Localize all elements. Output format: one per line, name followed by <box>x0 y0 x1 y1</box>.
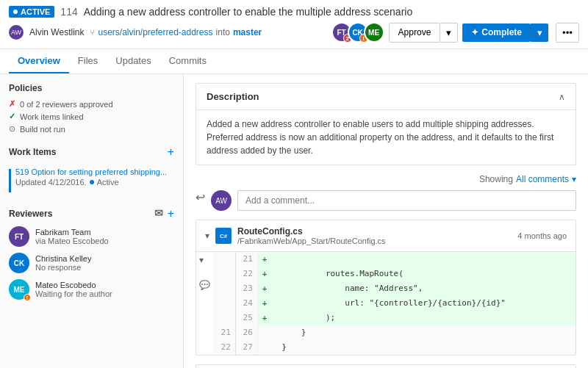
description-body: Added a new address controller to enable… <box>196 110 576 165</box>
diff-line-27-normal: 22 27 } <box>213 340 576 355</box>
reply-icon[interactable]: ↩ <box>196 190 205 204</box>
diff-line-24-add: 24 + url: "{controller}/{action}/{id}" <box>213 296 576 311</box>
work-item-content: 519 Option for setting preferred shippin… <box>15 167 167 187</box>
reviewer-avatar-mateo: ME ! <box>9 279 29 300</box>
email-reviewers-button[interactable]: ✉ <box>154 207 163 220</box>
line-content: + <box>257 252 576 267</box>
comment-header-christina: CK Christina Kelley 8/12/2016 Active ▾ <box>196 365 576 368</box>
policy-clock-icon: ⊙ <box>9 124 15 134</box>
reviewer-avatar-3: ME <box>364 22 384 43</box>
line-content: } <box>257 340 576 355</box>
policy-reviewers: ✗ 0 of 2 reviewers approved <box>9 99 174 109</box>
line-num-old <box>213 296 235 311</box>
reviewer-info-mateo: Mateo Escobedo Waiting for the author <box>35 281 112 298</box>
line-num-new: 22 <box>235 267 257 281</box>
content-area: Description ∧ Added a new address contro… <box>184 74 588 368</box>
line-num-old: 22 <box>213 340 235 355</box>
more-options-button[interactable]: ••• <box>556 23 579 43</box>
target-branch: master <box>233 27 262 37</box>
header: ACTIVE 114 Adding a new address controll… <box>0 0 588 74</box>
tab-updates[interactable]: Updates <box>107 49 159 73</box>
diff-card: ▾ C# RouteConfig.cs /FabrikamWeb/App_Sta… <box>196 220 576 356</box>
line-num-old <box>213 267 235 281</box>
policy-check-icon: ✓ <box>9 112 15 121</box>
line-num-new: 26 <box>235 325 257 340</box>
into-text: into <box>216 27 230 37</box>
sidebar: Policies ✗ 0 of 2 reviewers approved ✓ W… <box>0 74 184 368</box>
approve-dropdown-button[interactable]: ▾ <box>440 23 458 43</box>
description-card: Description ∧ Added a new address contro… <box>196 83 576 165</box>
reviewer-item-mateo: ME ! Mateo Escobedo Waiting for the auth… <box>9 279 174 300</box>
reviewer-status-mateo: Waiting for the author <box>35 289 112 298</box>
diff-line-21-add: 21 + <box>213 252 576 267</box>
reviewers-title: Reviewers ✉ + <box>9 207 174 220</box>
badge-label: ACTIVE <box>21 7 50 16</box>
reviewer-item-fabrikam: FT Fabrikam Team via Mateo Escobedo <box>9 226 174 247</box>
work-item-title[interactable]: 519 Option for setting preferred shippin… <box>15 167 167 176</box>
description-collapse-icon[interactable]: ∧ <box>559 92 565 102</box>
diff-table: 21 + 22 + routes.MapRoute( 23 + <box>213 252 576 355</box>
diff-line-23-add: 23 + name: "Address", <box>213 281 576 296</box>
line-content: + name: "Address", <box>257 281 576 296</box>
line-num-old <box>213 281 235 296</box>
line-num-old <box>213 311 235 325</box>
reviewer-name-fabrikam: Fabrikam Team <box>35 228 109 237</box>
complete-icon: ✦ <box>471 27 478 37</box>
diff-toggle-icon[interactable]: ▾ <box>205 231 209 241</box>
comment-input-row: ↩ AW <box>196 190 576 211</box>
line-num-new: 25 <box>235 311 257 325</box>
approve-button[interactable]: Approve <box>389 23 441 43</box>
complete-button[interactable]: ✦ Complete <box>462 24 531 42</box>
tab-files[interactable]: Files <box>69 49 107 73</box>
line-num-new: 21 <box>235 252 257 267</box>
diff-line-25-add: 25 + ); <box>213 311 576 325</box>
reviewer-name-mateo: Mateo Escobedo <box>35 281 112 289</box>
header-actions: FT 2 CK ! ME Approve ▾ ✦ Complete <box>331 22 579 43</box>
diff-time: 4 months ago <box>517 231 567 240</box>
line-content: + ); <box>257 311 576 325</box>
branch-info: ⑂ users/alvin/preferred-address into mas… <box>90 27 262 37</box>
work-items-title: Work Items + <box>9 145 174 159</box>
line-num-old <box>213 252 235 267</box>
comments-filter: Showing All comments ▾ <box>196 174 576 184</box>
reviewer-info-fabrikam: Fabrikam Team via Mateo Escobedo <box>35 228 109 245</box>
pr-number: 114 <box>60 6 77 18</box>
comment-input[interactable] <box>237 190 576 211</box>
add-reviewer-button[interactable]: + <box>168 207 174 220</box>
work-item-bar <box>9 169 11 192</box>
line-num-new: 24 <box>235 296 257 311</box>
diff-line-22-add: 22 + routes.MapRoute( <box>213 267 576 281</box>
add-work-item-button[interactable]: + <box>168 145 174 159</box>
policy-build: ⊙ Build not run <box>9 124 174 134</box>
tab-commits[interactable]: Commits <box>160 49 215 73</box>
branch-icon: ⑂ <box>90 28 95 37</box>
header-author-info: AW Alvin Westlink ⑂ users/alvin/preferre… <box>9 25 262 40</box>
filter-chevron-icon[interactable]: ▾ <box>572 174 576 184</box>
reviewer-name-christina: Christina Kelley <box>35 254 91 263</box>
line-content: } <box>257 325 576 340</box>
line-num-new: 23 <box>235 281 257 296</box>
complete-dropdown-button[interactable]: ▾ <box>531 24 548 42</box>
diff-line-26-normal: 21 26 } <box>213 325 576 340</box>
comments-filter-dropdown[interactable]: All comments <box>516 174 569 184</box>
reviewer-avatars: FT 2 CK ! ME <box>331 22 384 43</box>
tab-overview[interactable]: Overview <box>9 49 69 73</box>
diff-row-controls: ▾ 💬 21 + 22 + routes.Map <box>196 252 576 355</box>
policies-section: Policies ✗ 0 of 2 reviewers approved ✓ W… <box>9 83 174 134</box>
branch-from-link[interactable]: users/alvin/preferred-address <box>98 27 212 37</box>
policies-title: Policies <box>9 83 174 93</box>
author-name: Alvin Westlink <box>29 27 84 37</box>
pr-title: Adding a new address controller to enabl… <box>84 6 413 18</box>
work-items-section: Work Items + 519 Option for setting pref… <box>9 145 174 195</box>
current-user-avatar: AW <box>211 190 232 211</box>
reviewer-item-christina: CK Christina Kelley No response <box>9 253 174 273</box>
diff-comment-icon[interactable]: 💬 <box>199 280 210 290</box>
reviewer-status-fabrikam: via Mateo Escobedo <box>35 237 109 245</box>
comment-card-christina: CK Christina Kelley 8/12/2016 Active ▾ I… <box>196 364 576 368</box>
line-num-new: 27 <box>235 340 257 355</box>
diff-collapse-icon[interactable]: ▾ <box>199 255 204 265</box>
active-dot-icon <box>90 180 94 184</box>
active-dot <box>13 10 18 14</box>
reviewers-section: Reviewers ✉ + FT Fabrikam Team via Mateo… <box>9 207 174 300</box>
waiting-badge: ! <box>24 294 31 301</box>
